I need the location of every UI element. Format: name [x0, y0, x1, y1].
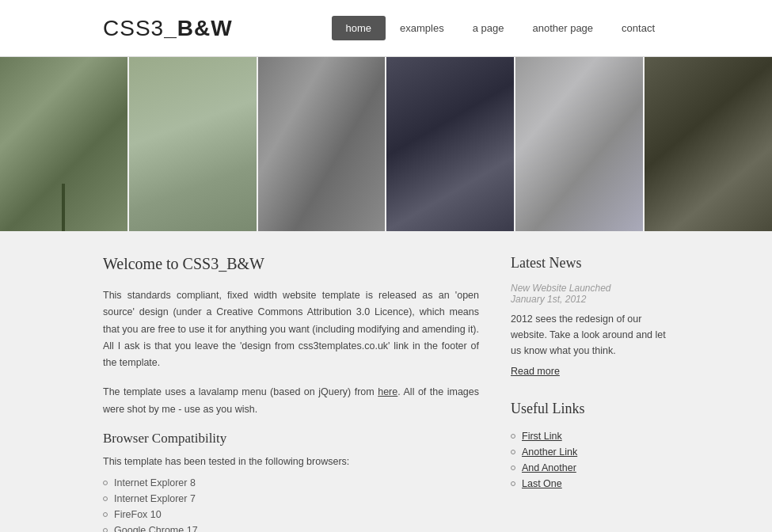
slideshow [0, 57, 772, 231]
slide-5 [515, 57, 645, 231]
bullet-icon [511, 481, 515, 486]
another-link[interactable]: Another Link [522, 446, 577, 458]
intro-paragraph-2: The template uses a lavalamp menu (based… [103, 384, 479, 418]
content-right: Latest News New Website Launched January… [511, 255, 669, 532]
bullet-icon [103, 496, 108, 501]
navigation: home examples a page another page contac… [332, 16, 669, 40]
and-another-link[interactable]: And Another [522, 462, 576, 473]
nav-contact[interactable]: contact [607, 16, 669, 40]
compatibility-heading: Browser Compatibility [103, 431, 479, 446]
bullet-icon [511, 466, 515, 470]
news-date: New Website Launched January 1st, 2012 [511, 283, 669, 305]
nav-a-page[interactable]: a page [458, 16, 519, 40]
last-one-link[interactable]: Last One [522, 478, 562, 489]
bullet-icon [511, 450, 515, 454]
list-item: Last One [511, 476, 669, 492]
nav-another-page[interactable]: another page [518, 16, 607, 40]
nav-home[interactable]: home [332, 16, 386, 40]
read-more-link[interactable]: Read more [511, 366, 560, 377]
browser-chrome: Google Chrome 17 [114, 525, 198, 532]
list-item: FireFox 10 [103, 507, 479, 522]
bullet-icon [511, 434, 515, 439]
links-list: First Link Another Link And Another Last… [511, 428, 669, 492]
news-text: 2012 sees the redesign of our website. T… [511, 311, 669, 359]
nav-examples[interactable]: examples [386, 16, 458, 40]
browser-ie7: Internet Explorer 7 [114, 493, 196, 504]
slide-1 [0, 57, 129, 231]
header: CSS3_B&W home examples a page another pa… [0, 0, 772, 57]
latest-news-heading: Latest News [511, 255, 669, 272]
useful-links-heading: Useful Links [511, 401, 669, 417]
slide-3 [258, 57, 387, 231]
list-item: Internet Explorer 7 [103, 491, 479, 507]
browser-firefox: FireFox 10 [114, 509, 162, 520]
content-left: Welcome to CSS3_B&W This standards compl… [103, 255, 511, 532]
list-item: Internet Explorer 8 [103, 475, 479, 491]
list-item: First Link [511, 428, 669, 444]
list-item: Google Chrome 17 [103, 522, 479, 532]
intro-p2-before: The template uses a lavalamp menu (based… [103, 386, 378, 397]
page-title: Welcome to CSS3_B&W [103, 255, 479, 273]
main-content: Welcome to CSS3_B&W This standards compl… [0, 231, 772, 532]
list-item: And Another [511, 460, 669, 476]
list-item: Another Link [511, 444, 669, 460]
latest-news-section: Latest News New Website Launched January… [511, 255, 669, 377]
bullet-icon [103, 512, 108, 517]
slide-6 [645, 57, 772, 231]
browser-list: Internet Explorer 8 Internet Explorer 7 … [103, 475, 479, 532]
slide-4 [386, 57, 515, 231]
bullet-icon [103, 481, 108, 485]
slide-2 [129, 57, 258, 231]
logo: CSS3_B&W [103, 16, 233, 41]
compatibility-text: This template has been tested in the fol… [103, 456, 479, 467]
here-link[interactable]: here [378, 386, 397, 397]
useful-links-section: Useful Links First Link Another Link And… [511, 401, 669, 492]
first-link[interactable]: First Link [522, 431, 562, 442]
intro-paragraph-1: This standards compliant, fixed width we… [103, 287, 479, 371]
browser-ie8: Internet Explorer 8 [114, 477, 196, 488]
page-wrapper: CSS3_B&W home examples a page another pa… [0, 0, 772, 532]
bullet-icon [103, 528, 108, 532]
